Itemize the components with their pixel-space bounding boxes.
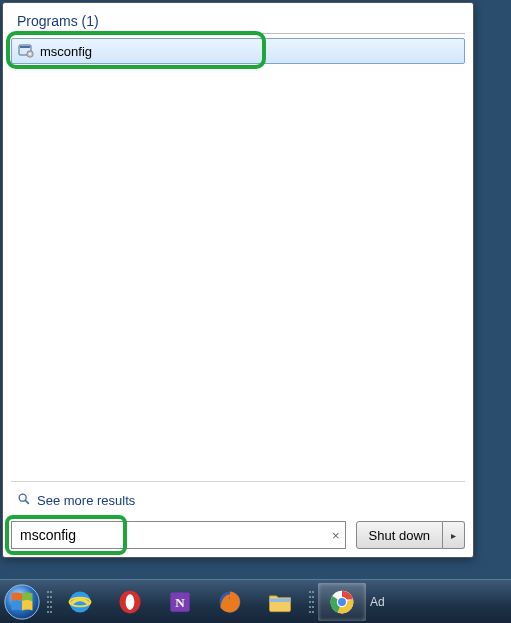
shutdown-button[interactable]: Shut down <box>356 521 443 549</box>
magnifier-icon <box>17 492 31 509</box>
taskbar-item-firefox[interactable] <box>206 583 254 621</box>
bottom-divider <box>11 481 465 482</box>
start-menu-bottom-row: × Shut down ▸ <box>11 517 465 549</box>
svg-text:N: N <box>175 595 185 610</box>
taskbar-grip-2[interactable] <box>306 583 316 621</box>
taskbar-item-chrome[interactable] <box>318 583 366 621</box>
msconfig-icon <box>18 43 34 59</box>
svg-point-10 <box>126 594 135 610</box>
svg-rect-14 <box>270 598 291 602</box>
svg-rect-1 <box>20 46 30 48</box>
programs-section-header: Programs (1) <box>11 11 465 33</box>
svg-point-3 <box>29 53 31 55</box>
svg-line-5 <box>25 500 28 503</box>
taskbar-item-ie[interactable] <box>56 583 104 621</box>
search-input[interactable] <box>11 521 346 549</box>
see-more-label: See more results <box>37 493 135 508</box>
start-button[interactable] <box>2 582 42 622</box>
shutdown-button-group: Shut down ▸ <box>356 521 465 549</box>
search-result-msconfig[interactable]: msconfig <box>11 38 465 64</box>
section-divider <box>11 33 465 34</box>
search-input-wrapper: × <box>11 521 346 549</box>
taskbar: N Ad <box>0 579 511 623</box>
taskbar-item-onenote[interactable]: N <box>156 583 204 621</box>
triangle-right-icon: ▸ <box>451 530 456 541</box>
shutdown-menu-arrow[interactable]: ▸ <box>443 521 465 549</box>
start-menu-search-panel: Programs (1) msconfig See more results <box>2 2 474 558</box>
taskbar-item-opera[interactable] <box>106 583 154 621</box>
taskbar-grip[interactable] <box>44 583 54 621</box>
clear-search-icon[interactable]: × <box>332 528 340 543</box>
taskbar-item-explorer[interactable] <box>256 583 304 621</box>
search-result-label: msconfig <box>40 44 92 59</box>
results-area <box>11 64 465 481</box>
svg-point-17 <box>338 598 346 606</box>
taskbar-window-label[interactable]: Ad <box>370 595 385 609</box>
see-more-results-link[interactable]: See more results <box>11 488 465 517</box>
